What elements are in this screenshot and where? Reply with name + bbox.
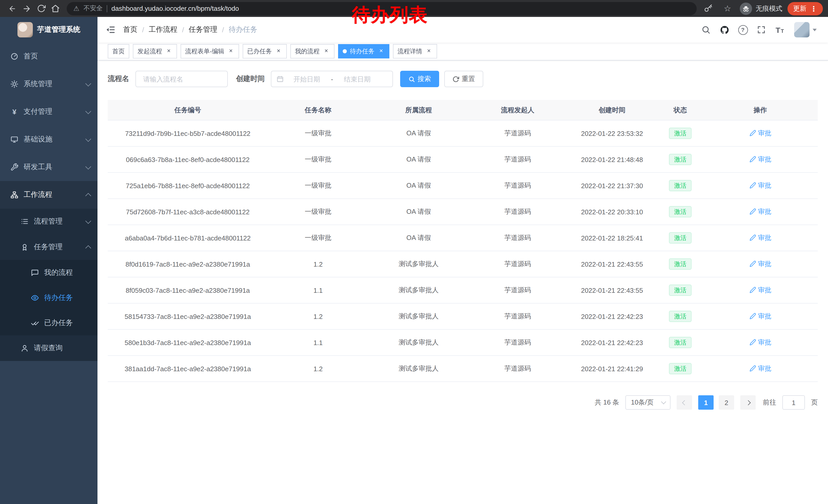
sidebar-item-home[interactable]: 首页 [0,43,97,70]
browser-forward-button[interactable] [19,1,34,16]
update-label: 更新 [793,4,806,13]
cell-created: 2022-01-21 22:42:23 [566,329,658,356]
approve-link[interactable]: 审批 [749,312,771,321]
task-mgmt-submenu: 我的流程 待办任务 已办任务 [0,260,97,335]
tab-close-icon[interactable]: × [425,48,432,55]
approve-link[interactable]: 审批 [749,207,771,216]
tab[interactable]: 流程表单-编辑 × [180,44,239,58]
tab-close-icon[interactable]: × [227,48,235,55]
sidebar-item-label: 我的流程 [44,268,90,277]
sidebar-item-todo-tasks[interactable]: 待办任务 [0,285,97,310]
approve-label: 审批 [758,207,771,216]
sidebar-item-workflow[interactable]: 工作流程 [0,181,97,209]
sidebar-item-label: 研发工具 [24,163,81,172]
table-row[interactable]: 75d72608-7b7f-11ec-a3c8-acde48001122 一级审… [108,199,818,225]
sidebar-item-leave-query[interactable]: 请假查询 [0,335,97,361]
warning-icon: ⚠ [73,5,79,12]
sidebar-item-process-mgmt[interactable]: 流程管理 [0,209,97,234]
cell-created: 2022-01-22 21:48:48 [566,146,658,173]
cell-task-id: 069c6a63-7b8a-11ec-8ef0-acde48001122 [108,146,268,173]
cell-process: 测试多审批人 [368,251,469,277]
cell-process: 测试多审批人 [368,356,469,382]
start-date-input[interactable] [286,75,328,83]
table-row[interactable]: 8f059c03-7ac8-11ec-a9e2-a2380e71991a 1.1… [108,277,818,303]
approve-link[interactable]: 审批 [749,233,771,242]
browser-update-button[interactable]: 更新 ⋮ [787,2,823,15]
github-link-button[interactable] [716,21,733,38]
sidebar-toggle-button[interactable] [106,25,116,35]
sidebar-item-payment-mgmt[interactable]: ¥ 支付管理 [0,98,97,126]
tab[interactable]: 首页 [108,44,129,58]
status-badge: 激活 [669,232,692,243]
tab-close-icon[interactable]: × [165,48,172,55]
breadcrumb-item[interactable]: 任务管理 [189,25,217,34]
table-row[interactable]: 8f0d1619-7ac8-11ec-a9e2-a2380e71991a 1.2… [108,251,818,277]
page-number-button[interactable]: 2 [719,395,734,410]
search-button[interactable]: 搜索 [400,71,439,87]
pagination: 共 16 条 10条/页 12 前往 页 [108,395,818,410]
table-row[interactable]: 73211d9d-7b9b-11ec-b5b7-acde48001122 一级审… [108,120,818,146]
help-button[interactable]: ? [735,21,751,38]
approve-link[interactable]: 审批 [749,155,771,164]
process-name-input[interactable] [142,75,221,83]
column-header: 操作 [703,100,818,120]
sidebar-item-dev-tools[interactable]: 研发工具 [0,153,97,181]
tab[interactable]: 发起流程 × [133,44,177,58]
sidebar-item-done-tasks[interactable]: 已办任务 [0,310,97,335]
goto-page-input[interactable] [782,395,805,410]
approve-link[interactable]: 审批 [749,181,771,190]
tab-label: 流程详情 [398,47,422,56]
table-row[interactable]: 580e1b3d-7ac8-11ec-a9e2-a2380e71991a 1.1… [108,329,818,356]
goto-suffix-label: 页 [811,398,818,407]
tab-label: 流程表单-编辑 [185,47,224,56]
sidebar-item-system-mgmt[interactable]: 系统管理 [0,70,97,98]
sidebar-item-task-mgmt[interactable]: 任务管理 [0,234,97,260]
sidebar-item-infrastructure[interactable]: 基础设施 [0,126,97,153]
fullscreen-button[interactable] [753,21,770,38]
cell-process: 测试多审批人 [368,277,469,303]
page-number-button[interactable]: 1 [698,395,714,410]
table-row[interactable]: 725a1eb6-7b88-11ec-8ef0-acde48001122 一级审… [108,173,818,199]
sidebar-item-my-processes[interactable]: 我的流程 [0,260,97,285]
table-row[interactable]: 069c6a63-7b8a-11ec-8ef0-acde48001122 一级审… [108,146,818,173]
browser-back-button[interactable] [5,1,19,16]
table-row[interactable]: 381aa1dd-7ac8-11ec-a9e2-a2380e71991a 1.2… [108,356,818,382]
tab-label: 已办任务 [247,47,272,56]
tab[interactable]: 待办任务 × [338,44,389,58]
header-search-button[interactable] [698,21,714,38]
page-size-select[interactable]: 10条/页 [625,395,670,410]
tab[interactable]: 流程详情 × [393,44,437,58]
tab-close-icon[interactable]: × [378,48,385,55]
tab[interactable]: 已办任务 × [243,44,287,58]
prev-page-button[interactable] [677,395,692,410]
approve-link[interactable]: 审批 [749,338,771,347]
reset-button[interactable]: 重置 [444,71,483,87]
password-manager-button[interactable] [701,1,715,16]
tab-close-icon[interactable]: × [275,48,282,55]
approve-link[interactable]: 审批 [749,286,771,295]
table-row[interactable]: a6aba0a4-7b6d-11ec-b781-acde48001122 一级审… [108,225,818,251]
page-content: 流程名 创建时间 - 搜索 [97,60,828,504]
browser-home-button[interactable] [48,1,63,16]
approve-link[interactable]: 审批 [749,260,771,269]
status-badge: 激活 [669,363,692,374]
search-icon [701,25,710,34]
browser-menu-icon[interactable]: ⋮ [810,4,817,12]
chevron-right-icon [745,400,750,405]
date-range-picker[interactable]: - [271,71,393,87]
bookmark-button[interactable]: ☆ [720,1,735,16]
table-row[interactable]: 58154733-7ac8-11ec-a9e2-a2380e71991a 1.2… [108,303,818,329]
tab-close-icon[interactable]: × [323,48,330,55]
approve-link[interactable]: 审批 [749,129,771,138]
breadcrumb-item[interactable]: 工作流程 [149,25,177,34]
browser-refresh-button[interactable] [34,1,48,16]
cell-task-name: 一级审批 [268,199,368,225]
approve-link[interactable]: 审批 [749,364,771,373]
breadcrumb-item[interactable]: 首页 [123,25,137,34]
app-logo[interactable]: 芋道管理系统 [0,17,97,43]
font-size-button[interactable]: TT [772,21,788,38]
end-date-input[interactable] [336,75,378,83]
next-page-button[interactable] [740,395,756,410]
tab[interactable]: 我的流程 × [290,44,334,58]
user-menu[interactable] [794,22,817,37]
